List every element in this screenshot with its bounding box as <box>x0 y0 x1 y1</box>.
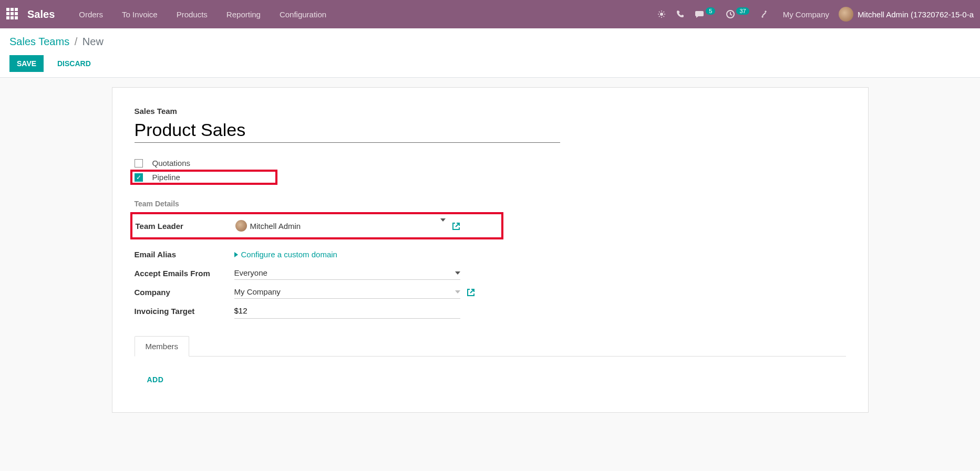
quotations-checkbox-row[interactable]: Quotations <box>135 159 846 168</box>
team-leader-avatar <box>235 220 247 232</box>
tab-members[interactable]: Members <box>135 336 190 357</box>
activity-badge: 37 <box>736 7 749 15</box>
breadcrumb: Sales Teams / New <box>9 36 971 48</box>
breadcrumb-current: New <box>82 36 104 47</box>
company-switcher[interactable]: My Company <box>783 10 829 19</box>
discard-button[interactable]: Discard <box>50 55 98 72</box>
quotations-label: Quotations <box>152 159 191 168</box>
subheader: Sales Teams / New Save Discard <box>0 28 980 78</box>
nav-reporting[interactable]: Reporting <box>226 10 261 19</box>
form-sheet: Sales Team Quotations ✓ Pipeline Team De… <box>112 87 869 413</box>
pipeline-label: Pipeline <box>152 173 180 182</box>
svg-point-0 <box>660 13 663 16</box>
company-row: Company My Company <box>135 282 846 301</box>
team-leader-label: Team Leader <box>136 222 235 231</box>
accept-emails-field[interactable]: Everyone <box>234 266 460 280</box>
save-button[interactable]: Save <box>9 55 44 72</box>
team-leader-value: Mitchell Admin <box>250 222 301 231</box>
invoicing-target-row: Invoicing Target <box>135 301 846 320</box>
invoicing-target-field <box>234 303 460 319</box>
highlight-team-leader: Team Leader Mitchell Admin <box>130 212 503 239</box>
team-leader-field[interactable]: Mitchell Admin <box>235 220 446 232</box>
highlight-pipeline: ✓ Pipeline <box>130 170 277 185</box>
team-leader-row: Team Leader Mitchell Admin <box>136 216 498 235</box>
chevron-down-icon[interactable] <box>440 222 446 230</box>
nav-configuration[interactable]: Configuration <box>280 10 326 19</box>
accept-emails-row: Accept Emails From Everyone <box>135 264 846 282</box>
accept-emails-value: Everyone <box>234 268 267 277</box>
quotations-checkbox[interactable] <box>135 159 143 168</box>
company-value: My Company <box>234 287 281 296</box>
nav-products[interactable]: Products <box>177 10 208 19</box>
invoicing-target-input[interactable] <box>234 303 460 319</box>
app-name: Sales <box>27 8 55 20</box>
title-label: Sales Team <box>135 107 846 116</box>
activity-icon[interactable]: 37 <box>726 9 749 19</box>
tab-content-members: ADD <box>135 356 846 384</box>
breadcrumb-sep: / <box>75 36 78 47</box>
email-alias-label: Email Alias <box>135 250 234 259</box>
email-alias-field: Configure a custom domain <box>234 250 337 259</box>
pipeline-checkbox[interactable]: ✓ <box>135 173 143 182</box>
invoicing-target-label: Invoicing Target <box>135 307 234 316</box>
apps-grid-icon[interactable] <box>6 8 19 20</box>
tabs: Members ADD <box>135 336 846 384</box>
arrow-right-icon <box>234 250 239 259</box>
nav-orders[interactable]: Orders <box>79 10 103 19</box>
chat-icon[interactable]: 5 <box>695 10 715 18</box>
user-avatar[interactable] <box>839 7 853 22</box>
external-link-icon[interactable] <box>452 221 460 231</box>
topbar: Sales Orders To Invoice Products Reporti… <box>0 0 980 28</box>
accept-emails-label: Accept Emails From <box>135 269 234 278</box>
external-link-icon[interactable] <box>467 287 475 297</box>
user-name[interactable]: Mitchell Admin (17320762-15-0-a <box>858 10 974 19</box>
company-label: Company <box>135 288 234 297</box>
company-field[interactable]: My Company <box>234 285 460 299</box>
configure-domain-link[interactable]: Configure a custom domain <box>234 250 337 259</box>
team-name-input[interactable] <box>135 119 560 143</box>
chevron-down-icon[interactable] <box>455 290 460 294</box>
breadcrumb-root[interactable]: Sales Teams <box>9 36 69 47</box>
email-alias-row: Email Alias Configure a custom domain <box>135 245 846 264</box>
nav-to-invoice[interactable]: To Invoice <box>122 10 158 19</box>
add-member-button[interactable]: ADD <box>147 375 164 384</box>
chevron-down-icon[interactable] <box>455 271 460 275</box>
pipeline-checkbox-row[interactable]: ✓ Pipeline <box>135 173 273 182</box>
chat-badge: 5 <box>706 7 715 15</box>
team-details-heading: Team Details <box>135 200 846 208</box>
tools-icon[interactable] <box>760 10 768 18</box>
debug-icon[interactable] <box>657 10 666 18</box>
phone-icon[interactable] <box>676 10 685 18</box>
